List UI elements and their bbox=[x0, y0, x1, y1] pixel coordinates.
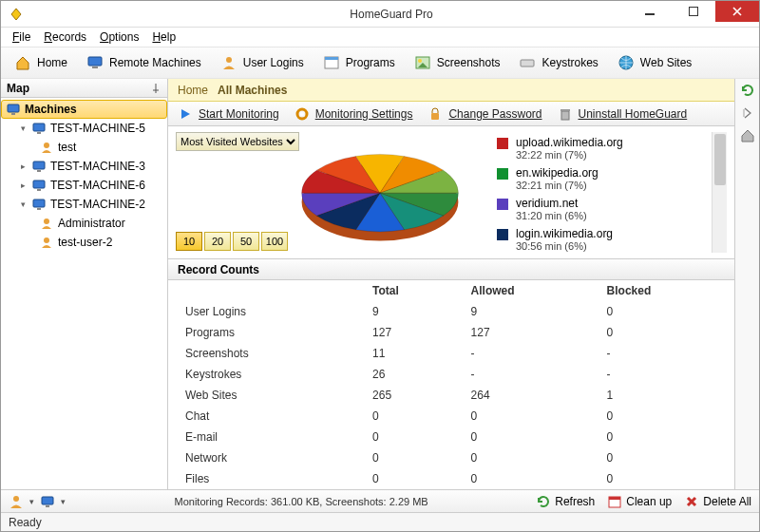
tree-user[interactable]: Administrator bbox=[1, 214, 167, 233]
cleanup-button[interactable]: Clean up bbox=[608, 495, 672, 508]
tool-user-logins[interactable]: User Logins bbox=[213, 50, 312, 75]
breadcrumb-home[interactable]: Home bbox=[178, 84, 208, 97]
tree-user[interactable]: test-user-2 bbox=[1, 233, 167, 252]
minimize-button[interactable] bbox=[628, 1, 672, 22]
refresh-button[interactable]: Refresh bbox=[537, 495, 595, 508]
table-row: Screenshots11-- bbox=[168, 343, 734, 364]
svg-rect-26 bbox=[431, 113, 439, 120]
next-icon[interactable] bbox=[740, 105, 755, 121]
svg-rect-30 bbox=[743, 109, 745, 117]
footer-stats: Monitoring Records: 361.00 KB, Screensho… bbox=[79, 496, 523, 507]
pin-icon[interactable] bbox=[150, 83, 162, 94]
legend-scrollbar[interactable] bbox=[712, 132, 727, 253]
tree-root-machines[interactable]: Machines bbox=[1, 100, 167, 119]
play-icon bbox=[178, 106, 193, 122]
menu-file[interactable]: File bbox=[7, 28, 36, 46]
user-icon bbox=[39, 140, 54, 155]
breadcrumb: Home All Machines bbox=[168, 79, 734, 102]
trash-icon bbox=[558, 106, 573, 122]
pager-100[interactable]: 100 bbox=[261, 232, 288, 251]
svg-rect-1 bbox=[690, 8, 698, 16]
record-counts-header: Record Counts bbox=[168, 259, 734, 280]
svg-rect-32 bbox=[42, 497, 53, 504]
tree-machine[interactable]: ▸TEST-MACHINE-6 bbox=[1, 176, 167, 195]
table-row: Chat000 bbox=[168, 406, 734, 427]
table-row: Network000 bbox=[168, 447, 734, 468]
status-bar: Ready bbox=[1, 512, 759, 531]
svg-point-15 bbox=[44, 142, 49, 148]
table-row: E-mail000 bbox=[168, 427, 734, 447]
monitor-small-icon[interactable] bbox=[40, 494, 55, 509]
svg-point-4 bbox=[226, 57, 232, 63]
tree-machine[interactable]: ▾TEST-MACHINE-2 bbox=[1, 195, 167, 214]
svg-rect-13 bbox=[33, 124, 45, 131]
svg-rect-18 bbox=[33, 180, 45, 188]
monitor-icon bbox=[86, 54, 104, 71]
monitor-icon bbox=[31, 178, 47, 193]
pager-20[interactable]: 20 bbox=[204, 232, 231, 251]
svg-rect-19 bbox=[37, 189, 41, 191]
home-icon bbox=[14, 54, 31, 71]
menu-help[interactable]: Help bbox=[146, 28, 181, 46]
legend-item: upload.wikimedia.org32:22 min (7%) bbox=[497, 136, 704, 161]
tool-programs[interactable]: Programs bbox=[315, 50, 403, 75]
svg-rect-6 bbox=[325, 57, 338, 60]
svg-rect-16 bbox=[33, 162, 45, 169]
tree-user[interactable]: test bbox=[1, 138, 167, 157]
monitor-icon bbox=[31, 159, 47, 174]
svg-point-22 bbox=[44, 218, 49, 224]
user-icon bbox=[39, 216, 54, 231]
tool-home[interactable]: Home bbox=[7, 50, 75, 75]
close-button[interactable] bbox=[715, 1, 759, 22]
keyboard-icon bbox=[519, 54, 536, 71]
legend-item: veridium.net31:20 min (6%) bbox=[497, 197, 704, 221]
table-row: User Logins990 bbox=[168, 301, 734, 322]
pager-10[interactable]: 10 bbox=[176, 232, 202, 251]
tree-machine[interactable]: ▾TEST-MACHINE-5 bbox=[1, 119, 167, 138]
globe-icon bbox=[618, 54, 635, 71]
svg-point-25 bbox=[300, 112, 304, 116]
user-small-icon[interactable] bbox=[9, 494, 24, 509]
menu-records[interactable]: Records bbox=[38, 28, 92, 46]
legend-item: en.wikipedia.org32:21 min (7%) bbox=[497, 166, 704, 191]
lock-icon bbox=[428, 106, 443, 122]
home-small-icon[interactable] bbox=[740, 128, 755, 143]
main-toolbar: Home Remote Machines User Logins Program… bbox=[1, 47, 759, 79]
svg-rect-20 bbox=[33, 200, 45, 207]
table-row: Files000 bbox=[168, 468, 734, 489]
svg-rect-12 bbox=[11, 113, 15, 115]
svg-rect-33 bbox=[46, 505, 49, 507]
delete-all-button[interactable]: Delete All bbox=[685, 495, 751, 508]
tool-remote-machines[interactable]: Remote Machines bbox=[79, 50, 209, 75]
monitor-icon bbox=[31, 197, 47, 212]
svg-rect-3 bbox=[92, 66, 98, 68]
pager-50[interactable]: 50 bbox=[233, 232, 259, 251]
machines-tree: Machines ▾TEST-MACHINE-5test▸TEST-MACHIN… bbox=[1, 98, 167, 489]
svg-point-31 bbox=[13, 496, 19, 502]
change-password-button[interactable]: Change Password bbox=[428, 106, 542, 122]
monitor-icon bbox=[6, 102, 21, 117]
sidebar-title: Map bbox=[7, 82, 29, 95]
user-icon bbox=[39, 235, 54, 250]
tree-machine[interactable]: ▸TEST-MACHINE-3 bbox=[1, 157, 167, 176]
tool-keystrokes[interactable]: Keystrokes bbox=[511, 50, 605, 75]
svg-rect-17 bbox=[37, 170, 41, 172]
monitoring-settings-button[interactable]: Monitoring Settings bbox=[294, 106, 413, 122]
monitor-icon bbox=[31, 121, 47, 136]
tool-screenshots[interactable]: Screenshots bbox=[407, 50, 508, 75]
start-monitoring-button[interactable]: Start Monitoring bbox=[178, 106, 279, 122]
uninstall-button[interactable]: Uninstall HomeGuard bbox=[558, 106, 688, 122]
tool-web-sites[interactable]: Web Sites bbox=[610, 50, 699, 75]
svg-rect-27 bbox=[561, 111, 569, 120]
svg-rect-35 bbox=[609, 497, 620, 500]
menu-options[interactable]: Options bbox=[94, 28, 144, 46]
table-row: Programs1271270 bbox=[168, 322, 734, 343]
svg-rect-2 bbox=[88, 57, 102, 66]
maximize-button[interactable] bbox=[672, 1, 715, 22]
svg-rect-14 bbox=[37, 132, 41, 134]
refresh-icon[interactable] bbox=[740, 83, 755, 98]
svg-point-8 bbox=[418, 59, 422, 63]
svg-rect-11 bbox=[8, 104, 19, 112]
svg-rect-28 bbox=[560, 109, 570, 111]
svg-rect-21 bbox=[37, 208, 41, 210]
